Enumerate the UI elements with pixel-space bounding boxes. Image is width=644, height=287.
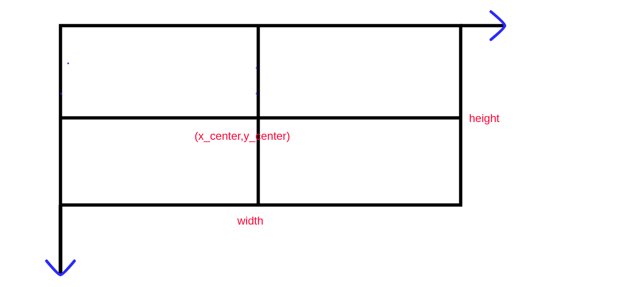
diagram-svg	[0, 0, 644, 287]
mark-3	[256, 68, 257, 68]
height-label: height	[469, 112, 499, 125]
mark-2	[60, 93, 62, 94]
width-label: width	[237, 214, 263, 227]
bounding-box-diagram: (x_center,y_center) height width	[0, 0, 644, 287]
mark-1	[67, 63, 69, 64]
mark-4	[256, 93, 257, 94]
center-coordinate-label: (x_center,y_center)	[195, 130, 290, 143]
outer-rectangle	[60, 26, 461, 205]
